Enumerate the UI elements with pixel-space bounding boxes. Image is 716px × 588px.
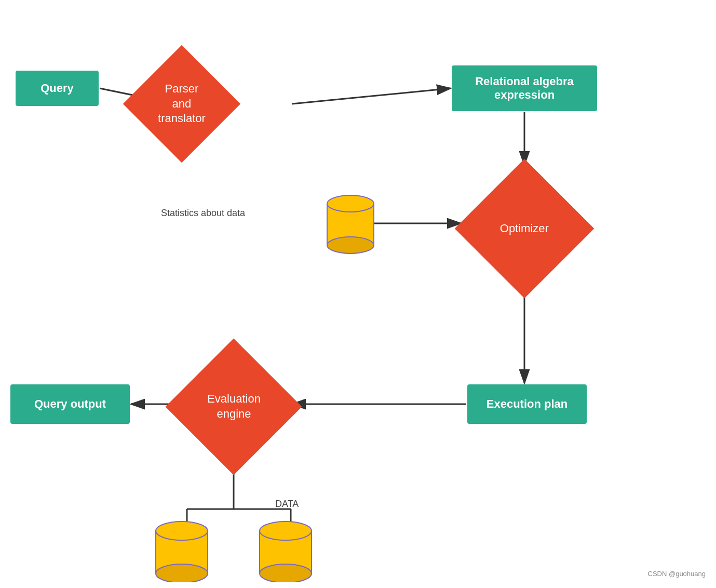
- query-box: Query: [16, 71, 99, 106]
- data-label: DATA: [275, 499, 299, 510]
- svg-point-20: [260, 522, 312, 540]
- query-output-box: Query output: [10, 384, 130, 424]
- evaluation-diamond-wrapper: Evaluationengine: [174, 347, 293, 466]
- parser-diamond: Parserandtranslator: [123, 45, 240, 163]
- evaluation-diamond: Evaluationengine: [165, 338, 302, 475]
- data-database-left: [151, 519, 213, 582]
- svg-point-21: [260, 564, 312, 582]
- statistics-database: [322, 192, 379, 255]
- data-database-right: [254, 519, 317, 582]
- svg-point-14: [327, 195, 374, 212]
- flow-arrows: [0, 0, 716, 588]
- optimizer-label: Optimizer: [500, 221, 549, 236]
- diagram-container: Query Parserandtranslator Relational alg…: [0, 0, 716, 588]
- statistics-label: Statistics about data: [161, 208, 245, 219]
- parser-diamond-wrapper: Parserandtranslator: [130, 52, 234, 156]
- svg-point-18: [156, 564, 208, 582]
- parser-label: Parserandtranslator: [158, 82, 206, 126]
- relational-algebra-label: Relational algebraexpression: [475, 75, 574, 102]
- optimizer-diamond-wrapper: Optimizer: [461, 165, 588, 292]
- execution-plan-box: Execution plan: [467, 384, 587, 424]
- svg-point-17: [156, 522, 208, 540]
- svg-point-15: [327, 237, 374, 253]
- evaluation-label: Evaluationengine: [207, 392, 261, 421]
- svg-line-2: [292, 88, 451, 104]
- watermark: CSDN @guohuang: [648, 570, 706, 578]
- relational-algebra-box: Relational algebraexpression: [452, 65, 597, 111]
- optimizer-diamond: Optimizer: [455, 159, 595, 299]
